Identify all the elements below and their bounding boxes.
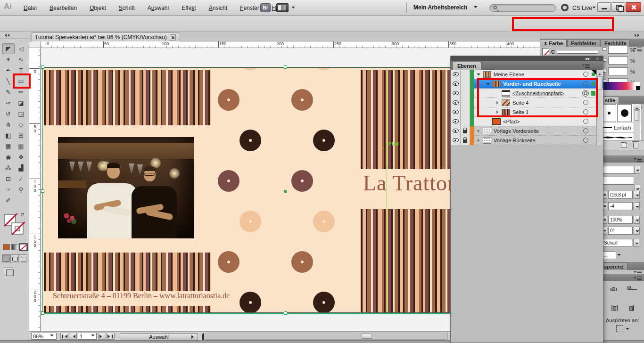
pattern-square[interactable] [218, 251, 239, 273]
layer-thumbnail[interactable] [502, 90, 510, 97]
target-circle-icon[interactable] [581, 128, 590, 133]
antialias-field[interactable]: Scharf [602, 239, 632, 247]
close-panel-icon[interactable]: ✕ [596, 57, 598, 60]
chevron-down-icon[interactable] [592, 7, 596, 10]
width-tool[interactable]: ⋔ [2, 119, 15, 130]
pattern-square[interactable] [218, 170, 239, 192]
collapse-dock-icon[interactable] [635, 33, 641, 37]
minimize-button[interactable] [597, 2, 611, 12]
pattern-square[interactable] [239, 211, 261, 232]
panel-menu-icon[interactable] [633, 275, 643, 281]
target-circle-icon[interactable] [581, 119, 590, 124]
zoom-tool[interactable]: ⚲ [15, 184, 27, 195]
next-artboard-button[interactable] [98, 333, 106, 340]
pattern-square[interactable] [313, 211, 335, 232]
menu-item[interactable]: Auswahl [148, 5, 169, 11]
selection-tool[interactable]: ◤ [2, 43, 15, 54]
antialias-dropdown[interactable] [633, 239, 639, 247]
layer-name[interactable]: Seite 4 [512, 100, 528, 106]
pencil-tool[interactable]: ✏ [15, 87, 27, 98]
stripe-block-bottom-left[interactable] [44, 253, 211, 291]
hand-tool[interactable]: ☞ [2, 184, 15, 195]
previous-artboard-button[interactable] [69, 333, 77, 340]
blob-brush-tool[interactable]: ✑ [2, 98, 15, 108]
layer-row[interactable]: Vorlage Vorderseite [451, 126, 603, 136]
magenta-field[interactable] [608, 57, 628, 65]
dropdown-button[interactable] [634, 166, 640, 174]
horizontal-scrollbar[interactable] [205, 333, 448, 340]
distribute-right-icon[interactable] [629, 305, 634, 311]
layer-row[interactable]: <Pfad> [451, 117, 603, 126]
pattern-square[interactable] [239, 292, 261, 313]
font-size-dropdown[interactable] [634, 191, 640, 199]
menu-item[interactable]: Bearbeiten [50, 5, 77, 11]
restore-button[interactable] [611, 2, 625, 12]
expand-triangle-icon[interactable] [495, 98, 501, 107]
symbol-sprayer-tool[interactable]: ⁂ [2, 163, 15, 173]
search-input[interactable] [489, 4, 556, 12]
target-circle-icon[interactable] [581, 81, 590, 86]
expand-triangle-icon[interactable] [476, 126, 482, 136]
document-tab[interactable]: Tutorial Speisekarten.ai* bei 86 % (CMYK… [32, 33, 179, 41]
target-circle-icon[interactable] [581, 72, 590, 77]
eraser-tool[interactable]: ◪ [15, 98, 27, 108]
last-artboard-button[interactable] [107, 333, 115, 340]
layer-row[interactable]: <Zuschneidungspfad> [451, 89, 603, 98]
line-segment-tool[interactable]: ╲ [2, 76, 15, 87]
path-line[interactable] [387, 68, 387, 313]
tab-ebenen[interactable]: Ebenen [452, 62, 481, 70]
bridge-button[interactable]: Br [260, 3, 271, 12]
workspace-switcher[interactable]: Mein Arbeitsbereich [413, 4, 467, 11]
draw-normal-button[interactable] [2, 254, 10, 262]
stripe-block-bottom-strip[interactable] [44, 306, 211, 312]
expand-triangle-icon[interactable] [476, 70, 482, 79]
lock-toggle[interactable] [461, 117, 470, 126]
pattern-square[interactable] [291, 89, 313, 111]
cyan-slider[interactable] [557, 50, 598, 54]
layer-name[interactable]: Meine Ebene [494, 72, 524, 77]
pattern-square[interactable] [313, 130, 335, 151]
collapse-panel-icon[interactable] [3, 33, 9, 37]
dropdown-field[interactable] [601, 166, 634, 174]
layer-thumbnail[interactable] [502, 99, 510, 106]
gradient-button[interactable] [11, 244, 18, 250]
horizontal-ruler[interactable]: 050100150200250300350400 [41, 41, 540, 48]
perspective-grid-tool[interactable]: ⊞ [15, 130, 27, 141]
photo-two-men[interactable] [58, 137, 194, 238]
font-size-field[interactable]: (16,8 pt [608, 191, 633, 199]
pattern-square[interactable] [239, 67, 261, 70]
layer-name[interactable]: Vorlage Vorderseite [494, 128, 539, 134]
rectangle-tool[interactable]: ▭ [15, 76, 27, 87]
first-artboard-button[interactable] [60, 333, 68, 340]
lock-toggle[interactable] [461, 136, 470, 145]
graph-tool[interactable]: ▟ [15, 163, 27, 173]
rotation-field[interactable]: 0° [608, 227, 633, 235]
color-spectrum-bar[interactable] [603, 82, 640, 90]
tab-transparenz[interactable]: sparenz [600, 262, 627, 270]
visibility-toggle[interactable] [451, 136, 461, 145]
artboard-number-field[interactable]: 1 [78, 333, 97, 340]
status-display-button[interactable]: Auswahl [120, 333, 198, 341]
none-button[interactable] [20, 244, 27, 250]
pattern-square[interactable] [291, 251, 313, 273]
h-scale-field[interactable]: 100% [608, 216, 633, 224]
menu-item[interactable]: Schrift [119, 5, 135, 11]
layer-thumbnail[interactable] [502, 109, 510, 115]
pattern-square[interactable] [218, 89, 239, 111]
tab-farbe[interactable]: Farbe [540, 39, 567, 47]
h-scale-dropdown[interactable] [634, 216, 640, 224]
menu-item[interactable]: Effekt [182, 5, 196, 11]
chevron-down-icon[interactable] [617, 254, 621, 258]
menu-item[interactable]: Ansicht [209, 5, 227, 11]
scroll-thumb[interactable] [635, 110, 639, 121]
layer-thumbnail[interactable] [483, 128, 491, 134]
align-to-artboard-icon[interactable] [616, 325, 623, 332]
tracking-dropdown[interactable] [634, 202, 640, 210]
menu-item[interactable]: Datei [24, 5, 37, 11]
layer-name[interactable]: Seite 1 [512, 109, 528, 115]
rotation-dropdown[interactable] [634, 227, 640, 235]
rotate-tool[interactable]: ↺ [2, 108, 15, 119]
target-circle-icon[interactable] [581, 138, 590, 143]
brush-dot-small[interactable] [602, 104, 616, 122]
layer-row[interactable]: Meine Ebene [451, 70, 603, 79]
